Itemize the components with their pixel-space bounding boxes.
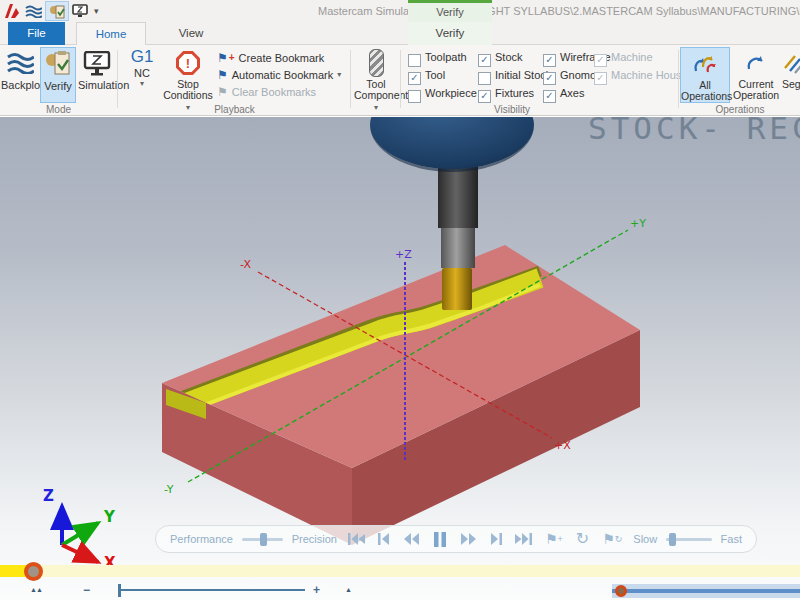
step-forward-button[interactable] <box>488 533 504 545</box>
group-tool-components: Tool Components ▾ <box>352 45 400 116</box>
segments-button[interactable]: Segme <box>782 47 800 103</box>
checkbox-box: ✓ <box>478 54 491 67</box>
skip-to-start-button[interactable] <box>346 533 367 545</box>
x-axis-positive-label: +X <box>554 439 571 452</box>
current-operation-button[interactable]: Current Operation <box>733 47 779 103</box>
group-visibility: ✓Toolpath ✓Tool ✓Workpiece ✓Stock ✓Initi… <box>402 45 678 116</box>
verify-button[interactable]: Verify <box>40 47 76 103</box>
checkbox-initial-stock[interactable]: ✓Initial Stock <box>478 68 551 83</box>
nc-dropdown-caret: ▾ <box>125 79 159 88</box>
checkbox-tool[interactable]: ✓Tool <box>408 68 445 83</box>
verify-icon <box>41 48 75 80</box>
checkbox-toolpath[interactable]: ✓Toolpath <box>408 50 467 65</box>
tool-collar <box>441 228 475 268</box>
checkbox-box: ✓ <box>408 90 421 103</box>
stop-conditions-button[interactable]: ! Stop Conditions ▾ <box>163 47 213 103</box>
checkbox-box: ✓ <box>594 54 607 67</box>
app-title: Mastercam Simulator <box>318 5 422 17</box>
checkbox-box: ✓ <box>543 54 556 67</box>
tool-tip <box>442 268 472 310</box>
timeline-zoom-controls: ▲▲ − + ▲ <box>0 582 420 599</box>
backplot-quick-icon[interactable] <box>22 2 45 20</box>
zoom-range-right-icon[interactable]: ▲ <box>345 586 351 593</box>
current-operation-icon <box>733 47 779 79</box>
precision-label: Precision <box>292 533 337 545</box>
fast-label: Fast <box>721 533 742 545</box>
performance-label: Performance <box>170 533 233 545</box>
group-label-playback: Playback <box>119 104 350 115</box>
checkbox-box: ✓ <box>408 72 421 85</box>
speed-slider[interactable] <box>666 538 711 541</box>
zoom-out-button[interactable]: − <box>83 583 90 597</box>
create-bookmark-icon: ⚑ <box>217 52 228 64</box>
checkbox-box: ✓ <box>594 72 607 85</box>
add-bookmark-button[interactable]: ⚑+ <box>543 532 565 546</box>
group-label-visibility: Visibility <box>437 104 587 115</box>
gnomon-z-label: Z <box>43 487 54 505</box>
backplot-button[interactable]: Backplot <box>1 47 38 103</box>
simulation-quick-icon[interactable] <box>69 2 91 20</box>
tab-home[interactable]: Home <box>76 22 146 45</box>
slow-label: Slow <box>633 533 657 545</box>
tool-holder <box>370 117 534 169</box>
backplot-icon <box>1 47 38 79</box>
checkbox-fixtures[interactable]: ✓Fixtures <box>478 86 534 101</box>
tool-components-icon <box>354 47 398 79</box>
fast-forward-button[interactable] <box>458 533 479 545</box>
tool-components-button[interactable]: Tool Components ▾ <box>354 47 398 103</box>
y-axis-negative-label: -Y <box>164 483 174 496</box>
clear-bookmarks-button[interactable]: ⚑ Clear Bookmarks <box>217 84 316 99</box>
zoom-in-button[interactable]: + <box>313 583 320 597</box>
group-separator <box>350 50 351 108</box>
tab-verify[interactable]: Verify <box>408 22 492 45</box>
skip-to-end-button[interactable] <box>513 533 534 545</box>
group-operations: All Operations Current Operation Segme O… <box>680 45 800 116</box>
origin-gnomon: Z Y X <box>26 486 121 571</box>
rewind-button[interactable] <box>401 533 422 545</box>
all-operations-icon <box>681 48 729 80</box>
loop-playback-button[interactable]: ↻ <box>574 532 591 546</box>
segments-icon <box>782 47 800 79</box>
checkbox-axes[interactable]: ✓Axes <box>543 86 584 101</box>
simulation-button[interactable]: Simulation <box>78 47 116 103</box>
group-separator <box>400 50 401 108</box>
zoom-range-left-icon[interactable]: ▲▲ <box>30 586 42 593</box>
step-back-button[interactable] <box>376 533 392 545</box>
quick-access-dropdown-icon[interactable]: ▾ <box>91 2 102 20</box>
run-to-next-bookmark-button[interactable]: ⚑↻ <box>600 532 624 546</box>
ribbon-tab-row: File Home View Verify <box>0 22 800 45</box>
create-bookmark-button[interactable]: ⚑+ Create Bookmark <box>217 50 324 65</box>
checkbox-machine[interactable]: ✓Machine <box>594 50 653 65</box>
gnomon-x-axis <box>62 545 98 562</box>
move-list-handle[interactable] <box>615 585 627 597</box>
verify-quick-icon[interactable] <box>45 1 69 21</box>
checkbox-stock[interactable]: ✓Stock <box>478 50 523 65</box>
quality-slider[interactable] <box>242 538 283 541</box>
simulation-icon <box>78 47 116 79</box>
window-title: Mastercam Simulator D:\MILLWRIGHT SYLLAB… <box>318 5 800 17</box>
nc-button[interactable]: G1 NC ▾ <box>125 47 159 103</box>
zoom-range-track[interactable] <box>121 589 305 591</box>
stock-block <box>162 245 640 545</box>
z-axis-positive-label: +Z <box>395 248 412 261</box>
speed-slider-handle[interactable] <box>669 533 676 546</box>
checkbox-workpiece[interactable]: ✓Workpiece <box>408 86 477 101</box>
automatic-bookmark-button[interactable]: ⚑ Automatic Bookmark ▾ <box>217 67 341 82</box>
x-axis-negative-label: -X <box>240 258 251 271</box>
group-label-mode: Mode <box>0 104 117 115</box>
all-operations-button[interactable]: All Operations <box>680 47 730 103</box>
group-playback: G1 NC ▾ ! Stop Conditions ▾ ⚑+ Create Bo… <box>119 45 350 116</box>
simulation-timeline[interactable] <box>0 565 800 577</box>
pause-button[interactable] <box>431 532 449 547</box>
timeline-handle[interactable] <box>24 562 43 581</box>
quality-slider-handle[interactable] <box>260 533 267 546</box>
clear-bookmarks-icon: ⚑ <box>217 86 228 98</box>
stock-watermark-text: STOCK- REC <box>588 117 800 146</box>
move-list-scrollbar[interactable] <box>612 584 800 598</box>
group-mode: Backplot Verify Simulation Mode <box>0 45 117 116</box>
tab-file[interactable]: File <box>8 22 65 45</box>
playback-control-bar: Performance Precision ⚑+ ↻ ⚑↻ Slow Fast <box>155 525 757 553</box>
tab-view[interactable]: View <box>160 22 222 45</box>
checkbox-box: ✓ <box>543 72 556 85</box>
group-label-operations: Operations <box>680 104 800 115</box>
